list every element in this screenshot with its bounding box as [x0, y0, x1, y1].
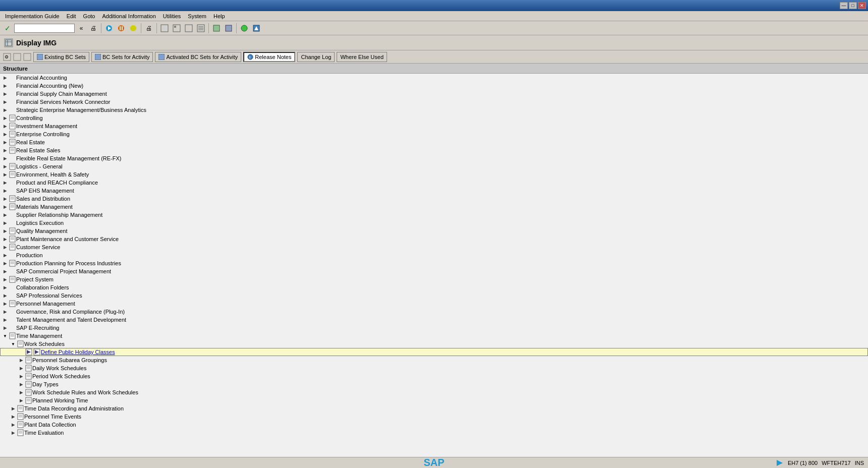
- tree-item-3[interactable]: ▶Financial Supply Chain Management: [0, 90, 868, 98]
- tree-item-33[interactable]: ▼Time Management: [0, 332, 868, 340]
- tree-container[interactable]: ▶Financial Accounting▶Financial Accounti…: [0, 74, 868, 457]
- tool-btn8[interactable]: [251, 23, 262, 34]
- tree-expander-20[interactable]: ▶: [2, 228, 8, 234]
- nav-btn3[interactable]: [128, 23, 139, 34]
- tree-expander-29[interactable]: ▶: [2, 301, 8, 307]
- tree-item-27[interactable]: ▶Collaboration Folders: [0, 283, 868, 291]
- tree-item-42[interactable]: ▶Time Data Recording and Administration: [0, 404, 868, 413]
- tree-item-43[interactable]: ▶Personnel Time Events: [0, 413, 868, 421]
- back-button[interactable]: «: [76, 23, 87, 34]
- tree-item-7[interactable]: ▶Investment Management: [0, 122, 868, 130]
- tree-item-24[interactable]: ▶Production Planning for Process Industr…: [0, 259, 868, 267]
- tree-item-38[interactable]: ▶Period Work Schedules: [0, 372, 868, 380]
- tree-item-32[interactable]: ▶SAP E-Recruiting: [0, 324, 868, 332]
- bc-sets-activity-button[interactable]: BC Sets for Activity: [91, 52, 153, 62]
- tree-expander-31[interactable]: ▶: [2, 317, 8, 323]
- tree-expander-6[interactable]: ▶: [2, 115, 8, 121]
- tree-item-14[interactable]: ▶Product and REACH Compliance: [0, 179, 868, 187]
- tree-item-11[interactable]: ▶Flexible Real Estate Management (RE-FX): [0, 154, 868, 162]
- tree-expander-28[interactable]: ▶: [2, 292, 8, 299]
- tree-item-29[interactable]: ▶Personnel Management: [0, 300, 868, 308]
- tree-item-2[interactable]: ▶Financial Accounting (New): [0, 82, 868, 90]
- release-notes-button[interactable]: i Release Notes: [243, 52, 295, 62]
- tree-expander-43[interactable]: ▶: [10, 414, 16, 420]
- tree-expander-42[interactable]: ▶: [10, 405, 16, 412]
- tree-item-26[interactable]: ▶Project System: [0, 275, 868, 283]
- tree-label-35[interactable]: Define Public Holiday Classes: [41, 349, 115, 355]
- tree-expander-44[interactable]: ▶: [10, 422, 16, 428]
- tree-item-13[interactable]: ▶Environment, Health & Safety: [0, 170, 868, 179]
- tree-item-5[interactable]: ▶Strategic Enterprise Management/Busines…: [0, 106, 868, 114]
- tree-expander-13[interactable]: ▶: [2, 171, 8, 178]
- tree-item-15[interactable]: ▶SAP EHS Management: [0, 187, 868, 195]
- tree-expander-38[interactable]: ▶: [18, 373, 24, 379]
- where-else-used-button[interactable]: Where Else Used: [337, 52, 387, 62]
- tree-expander-15[interactable]: ▶: [2, 188, 8, 194]
- tree-item-22[interactable]: ▶Customer Service: [0, 243, 868, 251]
- tree-expander-27[interactable]: ▶: [2, 284, 8, 290]
- tree-expander-18[interactable]: ▶: [2, 212, 8, 218]
- nav-btn1[interactable]: [103, 23, 115, 34]
- tree-expander-17[interactable]: ▶: [2, 204, 8, 210]
- tree-expander-41[interactable]: ▶: [18, 397, 24, 403]
- tree-item-44[interactable]: ▶Plant Data Collection: [0, 421, 868, 429]
- tree-item-36[interactable]: ▶Personnel Subarea Groupings: [0, 356, 868, 364]
- tool-btn1[interactable]: [159, 23, 170, 34]
- tree-item-16[interactable]: ▶Sales and Distribution: [0, 195, 868, 203]
- tree-expander-12[interactable]: ▶: [2, 163, 8, 169]
- tree-item-23[interactable]: ▶Production: [0, 251, 868, 259]
- tree-expander-26[interactable]: ▶: [2, 276, 8, 282]
- tree-expander-3[interactable]: ▶: [2, 91, 8, 97]
- tree-expander-24[interactable]: ▶: [2, 260, 8, 266]
- tree-item-12[interactable]: ▶Logistics - General: [0, 162, 868, 170]
- tree-expander-33[interactable]: ▼: [2, 333, 8, 339]
- close-button[interactable]: ✕: [858, 2, 866, 9]
- toolbar-input[interactable]: [14, 24, 75, 33]
- tree-item-40[interactable]: ▶Work Schedule Rules and Work Schedules: [0, 388, 868, 396]
- tree-expander-10[interactable]: ▶: [2, 147, 8, 153]
- maximize-button[interactable]: □: [849, 2, 857, 9]
- tree-item-39[interactable]: ▶Day Types: [0, 380, 868, 388]
- menu-additional-info[interactable]: Additional Information: [99, 13, 158, 20]
- tree-expander-39[interactable]: ▶: [18, 381, 24, 387]
- tree-expander-5[interactable]: ▶: [2, 107, 8, 113]
- tree-item-31[interactable]: ▶Talent Management and Talent Developmen…: [0, 316, 868, 324]
- tree-item-18[interactable]: ▶Supplier Relationship Management: [0, 211, 868, 219]
- print2-button[interactable]: 🖨: [143, 23, 154, 34]
- tool-btn7[interactable]: [239, 23, 250, 34]
- title-bar-controls[interactable]: — □ ✕: [840, 2, 866, 9]
- tree-item-9[interactable]: ▶Real Estate: [0, 138, 868, 146]
- tree-expander-8[interactable]: ▶: [2, 131, 8, 137]
- minimize-button[interactable]: —: [840, 2, 848, 9]
- tree-expander-36[interactable]: ▶: [18, 357, 24, 363]
- menu-goto[interactable]: Goto: [80, 13, 98, 20]
- tree-expander-11[interactable]: ▶: [2, 155, 8, 161]
- tree-item-30[interactable]: ▶Governance, Risk and Compliance (Plug-I…: [0, 308, 868, 316]
- tree-expander-9[interactable]: ▶: [2, 139, 8, 145]
- tree-expander-2[interactable]: ▶: [2, 83, 8, 89]
- tree-item-37[interactable]: ▶Daily Work Schedules: [0, 364, 868, 372]
- tree-expander-16[interactable]: ▶: [2, 196, 8, 202]
- tree-item-20[interactable]: ▶Quality Management: [0, 227, 868, 235]
- tree-item-35[interactable]: Define Public Holiday Classes: [0, 348, 868, 356]
- tree-expander-30[interactable]: ▶: [2, 309, 8, 315]
- tool-btn2[interactable]: [171, 23, 182, 34]
- checkmark-button[interactable]: ✓: [2, 23, 13, 34]
- menu-system[interactable]: System: [185, 13, 209, 20]
- tree-expander-25[interactable]: ▶: [2, 268, 8, 274]
- tree-item-19[interactable]: ▶Logistics Execution: [0, 219, 868, 227]
- tree-item-28[interactable]: ▶SAP Professional Services: [0, 291, 868, 300]
- tree-item-45[interactable]: ▶Time Evaluation: [0, 429, 868, 437]
- tree-item-25[interactable]: ▶SAP Commercial Project Management: [0, 267, 868, 275]
- tree-item-8[interactable]: ▶Enterprise Controlling: [0, 130, 868, 138]
- nav-btn2[interactable]: [116, 23, 127, 34]
- tree-item-41[interactable]: ▶Planned Working Time: [0, 396, 868, 404]
- tree-expander-14[interactable]: ▶: [2, 180, 8, 186]
- menu-utilities[interactable]: Utilities: [160, 13, 184, 20]
- tree-expander-34[interactable]: ▼: [10, 341, 16, 347]
- tree-expander-19[interactable]: ▶: [2, 220, 8, 226]
- tool-btn6[interactable]: [223, 23, 234, 34]
- tree-expander-1[interactable]: ▶: [2, 75, 8, 81]
- print-button[interactable]: 🖨: [88, 23, 99, 34]
- tree-expander-7[interactable]: ▶: [2, 123, 8, 129]
